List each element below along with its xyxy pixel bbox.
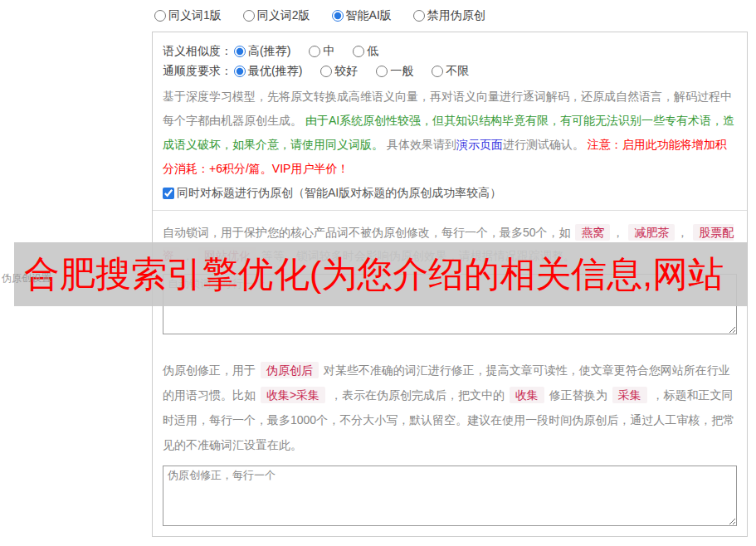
version-radio-synonym1[interactable] [154,10,166,22]
version-radio-disable[interactable] [413,10,425,22]
ai-description-paragraph: 基于深度学习模型，先将原文转换成高维语义向量，再对语义向量进行逐词解码，还原成自… [163,85,737,181]
fluency-label: 通顺度要求： [163,64,232,79]
pseudo-original-version-group: 同义词1版 同义词2版 智能AI版 禁用伪原创 [154,8,485,23]
version-label-synonym2: 同义词2版 [257,8,310,23]
fluency-label-best: 最优(推荐) [248,64,302,79]
version-option-synonym2[interactable]: 同义词2版 [243,8,310,23]
semantic-label-mid: 中 [323,44,334,59]
fluency-label-better: 较好 [334,64,358,79]
corr-keyword-collect2: 采集 [612,387,647,403]
fluency-option-better[interactable]: 较好 [320,64,358,79]
corr-keyword-collect1: 收集 [510,387,544,403]
corr-p1: 伪原创修正，用于 [163,363,256,377]
version-label-smart-ai: 智能AI版 [346,8,392,23]
version-radio-smart-ai[interactable] [332,10,344,22]
demo-page-link[interactable]: 演示页面 [456,138,503,151]
fluency-radio-best[interactable] [234,66,246,77]
title-rewrite-label: 同时对标题进行伪原创（智能AI版对标题的伪原创成功率较高） [177,186,501,201]
title-rewrite-checkbox[interactable] [163,188,174,199]
lock-sep-2: ， [676,226,688,239]
version-option-disable[interactable]: 禁用伪原创 [413,8,485,23]
fluency-option-normal[interactable]: 一般 [376,64,413,79]
desc-gray-mid: 具体效果请到 [383,138,456,151]
corr-p3: ，表示在伪原创完成后，把文中的 [330,388,505,402]
version-label-synonym1: 同义词1版 [168,8,222,23]
semantic-radio-high[interactable] [234,46,246,57]
fluency-radio-unlimited[interactable] [432,66,443,77]
version-option-smart-ai[interactable]: 智能AI版 [332,8,392,23]
corr-keyword-after: 伪原创后 [261,362,319,378]
overlay-banner-text: 合肥搜索引擎优化(为您介绍的相关信息,网站 [14,256,724,292]
lock-keyword-1: 燕窝 [575,224,610,241]
overlay-banner: 合肥搜索引擎优化(为您介绍的相关信息,网站 [14,242,748,306]
fluency-radio-better[interactable] [320,66,332,77]
semantic-label-low: 低 [367,44,378,59]
fluency-option-unlimited[interactable]: 不限 [432,64,469,79]
semantic-similarity-row: 语义相似度： 高(推荐) 中 低 [163,44,737,59]
semantic-label-high: 高(推荐) [248,44,290,59]
semantic-radio-mid[interactable] [309,46,320,57]
corr-keyword-pair: 收集>采集 [261,387,325,403]
semantic-option-mid[interactable]: 中 [309,44,334,59]
lock-sep-1: ， [612,226,623,239]
lock-intro: 自动锁词，用于保护您的核心产品词不被伪原创修改，每行一个，最多50个，如 [163,226,571,239]
semantic-similarity-label: 语义相似度： [163,44,232,59]
fluency-option-best[interactable]: 最优(推荐) [234,64,302,79]
semantic-radio-low[interactable] [353,46,364,57]
lock-keyword-2: 减肥茶 [628,224,675,241]
fluency-radio-normal[interactable] [376,66,388,77]
version-radio-synonym2[interactable] [243,10,255,22]
pseudo-original-settings-label: 伪原创设置 [2,271,51,285]
semantic-option-low[interactable]: 低 [353,44,378,59]
version-label-disable: 禁用伪原创 [427,8,485,23]
correction-paragraph: 伪原创修正，用于 伪原创后 对某些不准确的词汇进行修正，提高文章可读性，使文章更… [163,358,737,457]
title-rewrite-row: 同时对标题进行伪原创（智能AI版对标题的伪原创成功率较高） [163,186,737,202]
fluency-row: 通顺度要求： 最优(推荐) 较好 一般 不限 [163,64,737,79]
correction-textarea[interactable] [163,466,737,526]
version-option-synonym1[interactable]: 同义词1版 [154,8,222,23]
desc-gray-tail: 进行测试确认。 [503,138,588,151]
semantic-option-high[interactable]: 高(推荐) [234,44,290,59]
ai-options-section: 语义相似度： 高(推荐) 中 低 通顺度要求： [153,32,747,210]
title-rewrite-option[interactable]: 同时对标题进行伪原创（智能AI版对标题的伪原创成功率较高） [163,186,501,201]
fluency-label-normal: 一般 [390,64,413,79]
corr-p4: 修正替换为 [549,388,607,402]
fluency-label-unlimited: 不限 [446,64,469,79]
